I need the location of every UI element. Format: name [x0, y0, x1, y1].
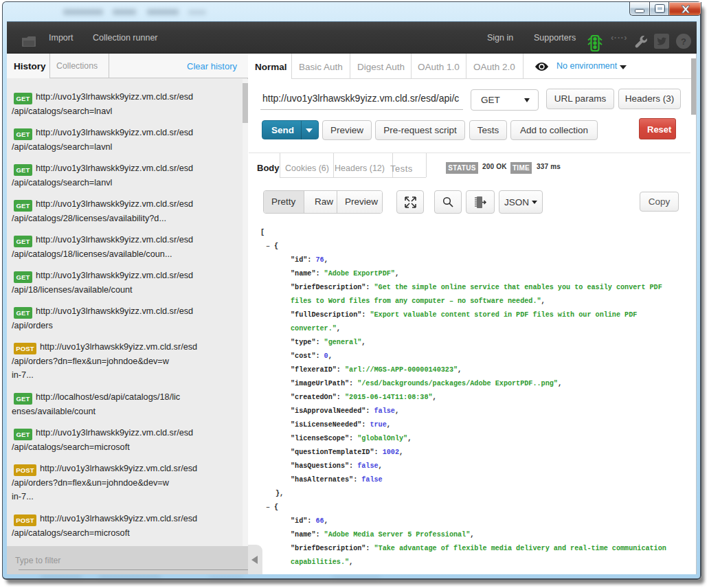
svg-text:?: ?	[681, 36, 686, 47]
